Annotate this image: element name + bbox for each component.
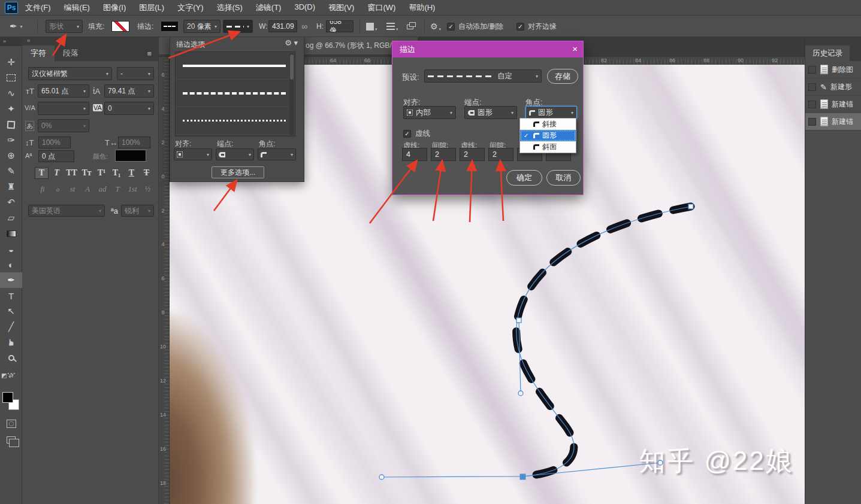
- menu-item-1[interactable]: 编辑(E): [64, 2, 90, 13]
- type-tool[interactable]: T: [0, 288, 22, 303]
- color-swatches[interactable]: [2, 392, 20, 412]
- opentype-button-5[interactable]: T: [111, 184, 124, 194]
- menu-item-5[interactable]: 选择(S): [216, 2, 242, 13]
- horizontal-scale-input[interactable]: 100%: [118, 136, 150, 148]
- type-style-button-7[interactable]: T: [140, 167, 153, 179]
- corner-menu-item-0[interactable]: 斜接: [520, 119, 576, 130]
- align-select[interactable]: 内部▾: [403, 106, 456, 119]
- opentype-button-0[interactable]: fi: [36, 184, 49, 194]
- history-item-1[interactable]: ✎新建形: [805, 78, 861, 96]
- leading-select[interactable]: 79.41 点▾: [104, 84, 154, 98]
- dash-field-input-3[interactable]: 2: [488, 148, 513, 161]
- vertical-scale-input[interactable]: 100%: [38, 136, 71, 148]
- type-style-button-4[interactable]: T¹: [95, 167, 108, 179]
- dodge-tool[interactable]: ◐: [0, 257, 22, 272]
- gear-icon[interactable]: ⚙ ▾: [285, 38, 298, 47]
- history-item-checkbox[interactable]: [808, 83, 816, 91]
- corner-select[interactable]: ▾: [258, 148, 296, 160]
- baseline-shift-input[interactable]: 0 点: [38, 150, 74, 162]
- opentype-button-6[interactable]: 1st: [126, 184, 139, 194]
- history-item-2[interactable]: 新建锚: [805, 96, 861, 113]
- dash-field-input-1[interactable]: 2: [431, 148, 456, 161]
- healing-brush-tool[interactable]: ⊕: [0, 148, 22, 163]
- geometry-options-gear-icon[interactable]: ⚙▾: [430, 16, 441, 37]
- menu-item-4[interactable]: 文字(Y): [177, 2, 203, 13]
- blur-tool[interactable]: ◒: [0, 241, 22, 257]
- history-brush-tool[interactable]: ↶: [0, 195, 22, 210]
- fill-swatch[interactable]: [111, 16, 129, 37]
- close-icon[interactable]: ×: [572, 44, 578, 54]
- opentype-button-3[interactable]: A: [81, 184, 94, 194]
- more-options-button[interactable]: 更多选项...: [212, 166, 264, 178]
- font-family-select[interactable]: 汉仪褚楷繁▾: [28, 67, 112, 80]
- shape-height-input[interactable]: 658 像: [326, 20, 354, 32]
- hand-tool[interactable]: ☛: [0, 335, 22, 350]
- tool-mode-select[interactable]: 形状▾: [46, 20, 83, 33]
- dash-field-input-2[interactable]: 2: [460, 148, 485, 161]
- cap-select[interactable]: 圆形▾: [464, 106, 517, 119]
- dash-field-input-0[interactable]: 4: [402, 148, 427, 161]
- panel-menu-icon[interactable]: ≡: [147, 49, 152, 58]
- screen-mode-button[interactable]: [0, 432, 22, 448]
- stroke-preset-dashed[interactable]: [176, 80, 295, 107]
- history-item-checkbox[interactable]: [808, 118, 816, 126]
- corner-menu-item-1[interactable]: ✓圆形: [520, 130, 576, 141]
- dashed-line-checkbox[interactable]: ✓: [403, 130, 411, 138]
- cap-select[interactable]: ▾: [216, 148, 254, 160]
- kerning-select[interactable]: ▾: [38, 102, 89, 115]
- menu-item-10[interactable]: 帮助(H): [409, 2, 435, 13]
- language-select[interactable]: 美国英语▾: [28, 205, 105, 217]
- corner-menu-item-2[interactable]: 斜面: [520, 141, 576, 153]
- tab-character[interactable]: 字符: [22, 45, 55, 61]
- quick-mask-button[interactable]: [0, 416, 22, 432]
- align-edges-checkbox[interactable]: ✓: [516, 16, 524, 37]
- save-preset-button[interactable]: 存储: [547, 69, 578, 84]
- path-alignment-button[interactable]: ▾: [386, 16, 398, 37]
- dialog-title-bar[interactable]: 描边: [392, 41, 583, 57]
- menu-item-8[interactable]: 视图(V): [328, 2, 354, 13]
- ok-button[interactable]: 确定: [506, 170, 542, 186]
- zoom-tool[interactable]: [0, 350, 22, 366]
- type-style-button-0[interactable]: T: [35, 167, 49, 179]
- type-style-button-6[interactable]: T: [125, 167, 138, 179]
- antialias-select[interactable]: 锐利▾: [121, 205, 154, 217]
- preset-select[interactable]: 自定▾: [424, 69, 542, 83]
- history-item-checkbox[interactable]: [808, 66, 816, 74]
- menu-item-3[interactable]: 图层(L): [139, 2, 164, 13]
- collapse-panel-button[interactable]: «: [22, 37, 158, 45]
- brush-tool[interactable]: ✎: [0, 163, 22, 179]
- marquee-tool[interactable]: [0, 70, 22, 86]
- history-item-0[interactable]: 删除图: [805, 61, 861, 78]
- type-style-button-5[interactable]: T₁: [110, 167, 123, 179]
- menu-item-0[interactable]: 文件(F): [25, 2, 51, 13]
- type-style-button-2[interactable]: TT: [65, 167, 78, 179]
- path-arrangement-button[interactable]: [407, 16, 416, 37]
- tracking-select[interactable]: 0▾: [104, 102, 154, 115]
- stroke-preset-solid[interactable]: [176, 52, 295, 80]
- menu-item-6[interactable]: 滤镜(T): [256, 2, 282, 13]
- auto-add-delete-checkbox[interactable]: ✓: [447, 16, 455, 37]
- link-dimensions-icon[interactable]: ∞: [301, 16, 307, 37]
- type-style-button-1[interactable]: T: [50, 167, 64, 179]
- cancel-button[interactable]: 取消: [546, 170, 581, 186]
- line-tool[interactable]: ╱: [0, 319, 22, 335]
- tsume-select[interactable]: 0%▾: [38, 119, 89, 132]
- stroke-type-select[interactable]: ▾: [223, 20, 253, 33]
- foreground-color-swatch[interactable]: [2, 392, 13, 403]
- path-select-tool[interactable]: ↖: [0, 303, 22, 319]
- menu-item-9[interactable]: 窗口(W): [367, 2, 395, 13]
- lasso-tool[interactable]: ∿: [0, 86, 22, 101]
- collapse-tools-button[interactable]: »: [0, 37, 22, 46]
- gradient-tool[interactable]: [0, 226, 22, 241]
- eyedropper-tool[interactable]: ✑: [0, 132, 22, 148]
- stroke-swatch[interactable]: [161, 16, 179, 37]
- history-item-checkbox[interactable]: [808, 101, 816, 108]
- opentype-button-1[interactable]: ℴ: [51, 184, 64, 194]
- history-item-3[interactable]: 新建锚: [805, 113, 861, 130]
- eraser-tool[interactable]: ▱: [0, 210, 22, 226]
- text-color-swatch[interactable]: [115, 150, 146, 162]
- corner-select[interactable]: 圆形▾: [525, 106, 577, 119]
- scrollbar[interactable]: [289, 53, 294, 135]
- pen-tool[interactable]: ✒: [0, 272, 22, 288]
- opentype-button-7[interactable]: ½: [141, 184, 154, 194]
